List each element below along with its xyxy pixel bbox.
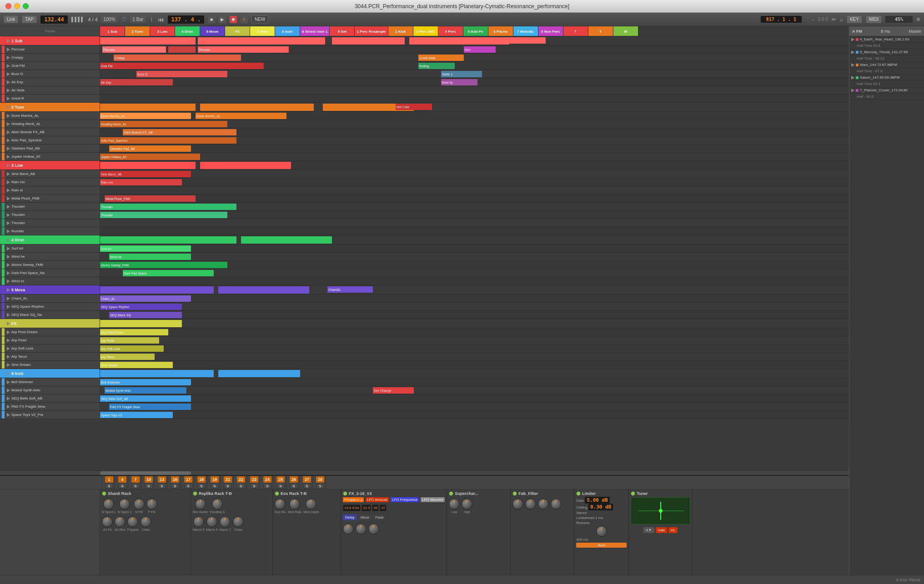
track-content-11[interactable]: Alien Boards FX_AB: [100, 128, 849, 136]
clip-31-0[interactable]: Chant_AL: [100, 295, 191, 302]
extra-clip-8[interactable]: Not Cold: [396, 104, 432, 110]
replika_rack_t__-knob-1-0[interactable]: [193, 516, 204, 527]
lfo-freq-btn[interactable]: Frequenc y: [343, 497, 364, 502]
clip-34-0[interactable]: [100, 320, 182, 327]
track-play-25[interactable]: [7, 247, 10, 250]
browser-item-2[interactable]: Mars_144.72:67.9BPM: [849, 62, 924, 68]
track-play-7[interactable]: [7, 97, 10, 100]
track-header-15[interactable]: 3 Low: [0, 161, 100, 170]
ch-solo-22[interactable]: S: [237, 483, 245, 489]
track-play-5[interactable]: [7, 80, 10, 84]
track-content-23[interactable]: [100, 227, 849, 235]
extra-clip-5[interactable]: Beat Ity: [441, 79, 477, 85]
clip-36-0[interactable]: Arp Pearl: [100, 337, 159, 344]
ch-number-26[interactable]: 26: [290, 476, 298, 483]
track-header-19[interactable]: Metal Pluck_FM8: [0, 195, 100, 202]
maximize-button[interactable]: [23, 3, 29, 9]
track-header-3[interactable]: Grat FM: [0, 62, 100, 70]
track-header-41[interactable]: Bell Shimmer: [0, 378, 100, 386]
replika_rack_t__-knob-1-2[interactable]: [220, 516, 231, 527]
replika_rack_t__-power[interactable]: [193, 491, 197, 496]
fx-knob-3[interactable]: [368, 524, 379, 534]
track-header-30[interactable]: 5 Move: [0, 285, 100, 294]
track-content-42[interactable]: Moduli Synth ArticSex Change: [100, 386, 849, 394]
track-play-22[interactable]: [7, 221, 10, 225]
track-header-16[interactable]: Sine Band_AB: [0, 170, 100, 178]
shanti_rack-knob-0-3[interactable]: [146, 499, 157, 509]
track-header-39[interactable]: Sine Dream: [0, 361, 100, 369]
ch-solo-18[interactable]: S: [197, 483, 206, 489]
track-header-6[interactable]: Air Note: [0, 86, 100, 94]
track-header-4[interactable]: Buzz D: [0, 70, 100, 78]
track-header-25[interactable]: Surf brt: [0, 245, 100, 252]
lfo-amount-btn[interactable]: LFO Amount: [366, 497, 389, 502]
track-content-20[interactable]: Thunder: [100, 203, 849, 210]
track-content-28[interactable]: Dark Pad Space: [100, 269, 849, 277]
top-label-melodic7[interactable]: 7 Melodic: [513, 26, 538, 36]
track-content-22[interactable]: [100, 219, 849, 227]
track-header-17[interactable]: Rain mo: [0, 178, 100, 186]
clip-20-0[interactable]: Thunder: [100, 204, 236, 210]
clip-19-0[interactable]: Metal Pluck_FM8: [105, 195, 196, 202]
ch-number-13[interactable]: 13: [158, 476, 166, 483]
bpm-display[interactable]: 132.44: [40, 15, 68, 24]
clip-16-0[interactable]: Sine Band_AB: [100, 171, 191, 177]
track-play-37[interactable]: [7, 347, 10, 350]
track-content-19[interactable]: Metal Pluck_FM8: [100, 195, 849, 202]
clip-3-0[interactable]: Grat FM: [100, 63, 264, 69]
track-content-27[interactable]: Atoms Sweep_FM8: [100, 261, 849, 269]
track-content-25[interactable]: Surf brt: [100, 245, 849, 252]
track-header-43[interactable]: SEQ Bells Soft_AB: [0, 394, 100, 402]
shanti_rack-knob-0-1[interactable]: [119, 499, 130, 509]
track-content-2[interactable]: CreepyCrunk Beat: [100, 54, 849, 61]
top-label-kick2[interactable]: 2 Kick: [388, 26, 413, 36]
track-content-18[interactable]: [100, 186, 849, 194]
track-header-12[interactable]: Artic Pad_Spectral: [0, 136, 100, 144]
track-header-35[interactable]: Arp Pred Dream: [0, 328, 100, 336]
track-header-34[interactable]: FX: [0, 319, 100, 328]
browser-item-0[interactable]: 4_Earth_Year_Heart_136.1:63: [849, 36, 924, 43]
track-scroll-area[interactable]: Drop Files and Devices Here 1 SubPercuse…: [0, 36, 849, 470]
track-content-26[interactable]: Wind he: [100, 253, 849, 260]
track-content-15[interactable]: [100, 161, 849, 170]
browser-play-icon-2[interactable]: [851, 63, 854, 67]
ch-number-18[interactable]: 18: [197, 476, 206, 483]
track-play-42[interactable]: [7, 389, 10, 392]
fab_filter-knob-0-2[interactable]: [538, 499, 549, 509]
track-play-45[interactable]: [7, 413, 10, 417]
extra-clip-1[interactable]: Non: [464, 46, 496, 53]
shanti_rack-power[interactable]: [102, 491, 106, 496]
clip-26-0[interactable]: Wind he: [109, 254, 191, 260]
track-header-23[interactable]: Rumble: [0, 227, 100, 235]
track-play-34[interactable]: [7, 322, 10, 325]
track-play-12[interactable]: [7, 139, 10, 142]
track-play-44[interactable]: [7, 405, 10, 409]
clip-1-0[interactable]: Percuse: [102, 46, 166, 53]
track-header-14[interactable]: Jupiter Hollow_AT: [0, 153, 100, 160]
ch-solo-25[interactable]: S: [276, 483, 285, 489]
ch-solo-7[interactable]: S: [131, 483, 140, 489]
clip-17-0[interactable]: Rain mo: [100, 179, 182, 185]
track-play-9[interactable]: [7, 114, 10, 118]
browser-play-icon-1[interactable]: [851, 50, 854, 54]
track-play-3[interactable]: [7, 64, 10, 68]
clip-4-0[interactable]: Buzz D: [136, 71, 227, 77]
track-play-20[interactable]: [7, 205, 10, 209]
tuner-power[interactable]: [631, 491, 635, 496]
slicer-btn[interactable]: Slicer: [358, 514, 372, 520]
clip-24-1[interactable]: [241, 236, 332, 244]
limiter-power[interactable]: [576, 491, 581, 496]
fab_filter-knob-0-3[interactable]: [551, 499, 562, 509]
clip-42-0[interactable]: Moduli Synth Artic: [105, 387, 186, 394]
clip-1-1[interactable]: [168, 46, 196, 53]
track-play-19[interactable]: [7, 197, 10, 200]
ch-solo-21[interactable]: S: [224, 483, 232, 489]
ch-solo-17[interactable]: S: [184, 483, 192, 489]
track-play-2[interactable]: [7, 56, 10, 60]
tuner-a-btn[interactable]: A▼: [643, 527, 654, 533]
track-content-16[interactable]: Sine Band_AB: [100, 170, 849, 178]
ch-solo-10[interactable]: S: [145, 483, 153, 489]
track-header-1[interactable]: Percuse: [0, 45, 100, 53]
clip-30-0[interactable]: [100, 286, 214, 294]
track-play-39[interactable]: [7, 363, 10, 367]
